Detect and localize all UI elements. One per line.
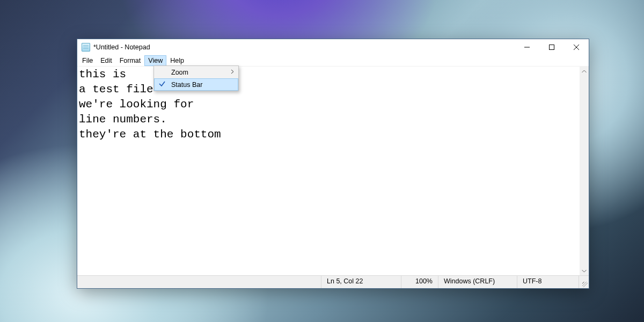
desktop-background: *Untitled - Notepad File Edit Format Vie… <box>0 0 644 322</box>
view-zoom-item[interactable]: Zoom <box>154 66 238 78</box>
maximize-button[interactable] <box>539 39 564 55</box>
status-zoom: 100% <box>401 276 438 288</box>
status-encoding: UTF-8 <box>517 276 579 288</box>
status-line-ending: Windows (CRLF) <box>438 276 517 288</box>
scroll-up-icon[interactable] <box>580 67 589 76</box>
notepad-app-icon <box>82 43 90 52</box>
menu-view-label: View <box>148 57 163 64</box>
vertical-scrollbar[interactable] <box>580 67 589 275</box>
scroll-down-icon[interactable] <box>580 266 589 275</box>
view-zoom-label: Zoom <box>171 69 188 76</box>
menu-edit-label: Edit <box>100 57 112 64</box>
close-icon <box>574 45 579 50</box>
checkmark-icon <box>158 80 167 89</box>
resize-grip-icon[interactable] <box>579 276 589 288</box>
status-position: Ln 5, Col 22 <box>321 276 401 288</box>
text-editor[interactable]: this is a test file we're looking for li… <box>77 67 580 275</box>
menu-bar: File Edit Format View Help Zoom Status B… <box>77 55 589 66</box>
menu-help[interactable]: Help <box>166 55 188 66</box>
menu-view[interactable]: View <box>144 55 166 66</box>
menu-file[interactable]: File <box>78 55 97 66</box>
window-title: *Untitled - Notepad <box>93 43 150 51</box>
minimize-icon <box>524 45 530 50</box>
maximize-icon <box>549 45 554 50</box>
menu-edit[interactable]: Edit <box>97 55 116 66</box>
view-statusbar-item[interactable]: Status Bar <box>154 78 238 91</box>
submenu-arrow-icon <box>231 69 234 75</box>
menu-format[interactable]: Format <box>116 55 145 66</box>
view-dropdown: Zoom Status Bar <box>153 65 239 91</box>
editor-area: this is a test file we're looking for li… <box>77 66 589 275</box>
notepad-window: *Untitled - Notepad File Edit Format Vie… <box>77 39 589 289</box>
menu-file-label: File <box>82 57 93 64</box>
svg-rect-0 <box>550 45 554 50</box>
view-statusbar-label: Status Bar <box>171 81 202 89</box>
minimize-button[interactable] <box>515 39 539 55</box>
status-bar: Ln 5, Col 22 100% Windows (CRLF) UTF-8 <box>77 275 589 288</box>
menu-help-label: Help <box>170 57 184 64</box>
menu-format-label: Format <box>120 57 141 64</box>
close-button[interactable] <box>564 39 589 55</box>
title-bar[interactable]: *Untitled - Notepad <box>77 39 589 55</box>
